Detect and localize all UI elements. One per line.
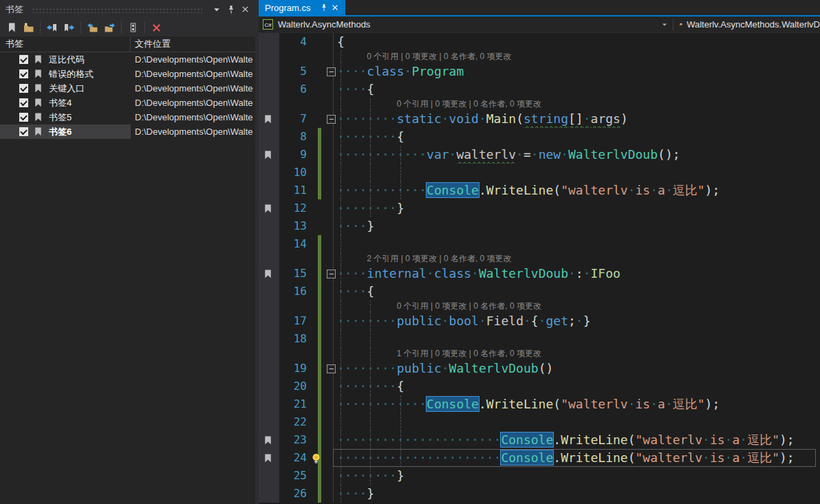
collapse-toggle[interactable]: − xyxy=(327,364,336,373)
codelens-text[interactable]: 0 个引用 | 0 项更改 | 0 名作者, 0 项更改 xyxy=(397,98,541,110)
codelens-row[interactable]: 1 个引用 | 0 项更改 | 0 名作者, 0 项更改 xyxy=(259,348,820,360)
line-number: 6 xyxy=(279,80,314,98)
codelens-row[interactable]: 2 个引用 | 0 项更改 | 0 名作者, 0 项更改 xyxy=(259,253,820,265)
close-panel-button[interactable] xyxy=(238,2,252,17)
next-bookmark-button[interactable] xyxy=(61,20,77,35)
codelens-row[interactable]: 0 个引用 | 0 项更改 | 0 名作者, 0 项更改 xyxy=(259,300,820,312)
type-dropdown[interactable]: Walterlv.AsyncMethods.WalterlvD xyxy=(673,19,820,30)
codelens-row[interactable]: 0 个引用 | 0 项更改 | 0 名作者, 0 项更改 xyxy=(259,51,820,63)
code-token: Console xyxy=(427,397,479,411)
line-number: 18 xyxy=(279,330,314,348)
new-bookmark-folder-icon xyxy=(23,22,34,33)
bookmark-flag-icon xyxy=(33,69,43,79)
code-token: static·void· xyxy=(397,111,486,126)
column-header-bookmark[interactable]: 书签 xyxy=(0,36,131,52)
bookmark-checkbox[interactable] xyxy=(19,98,28,107)
next-bookmark-in-folder-button[interactable] xyxy=(102,20,118,35)
indent-whitespace: ········ xyxy=(337,361,397,375)
code-text-cell: ····class·Program xyxy=(337,63,820,80)
bookmark-row[interactable]: 逗比代码D:\Developments\Open\Walte xyxy=(0,52,255,67)
toggle-all-bookmarks-button[interactable] xyxy=(125,20,141,35)
code-token: { xyxy=(397,129,404,144)
code-text-cell: ····} xyxy=(337,485,820,503)
window-options-button[interactable] xyxy=(209,2,224,17)
code-line: 9············var·walterlv·=·new·Walterlv… xyxy=(259,146,820,164)
line-number xyxy=(279,348,314,360)
bookmark-cell: 逗比代码 xyxy=(0,52,131,67)
bookmark-row[interactable]: 书签6D:\Developments\Open\Walte xyxy=(0,124,255,139)
codelens-text-cell: 0 个引用 | 0 项更改 | 0 名作者, 0 项更改 xyxy=(337,300,820,312)
change-bar xyxy=(314,312,322,330)
change-bar xyxy=(314,63,322,80)
code-text-cell xyxy=(337,164,820,182)
type-dropdown-value: Walterlv.AsyncMethods.WalterlvD xyxy=(687,19,820,30)
tab-pin-button[interactable] xyxy=(320,3,328,12)
glyph-margin xyxy=(259,413,279,431)
codelens-text[interactable]: 2 个引用 | 0 项更改 | 0 名作者, 0 项更改 xyxy=(367,253,511,265)
line-number: 13 xyxy=(279,217,314,235)
code-token: (); xyxy=(658,147,680,162)
code-token: var· xyxy=(427,147,456,162)
toggle-bookmark-button[interactable] xyxy=(3,20,19,35)
indent-whitespace: ···· xyxy=(337,82,367,96)
indent-whitespace: ······················ xyxy=(337,432,501,447)
outlining-margin xyxy=(322,431,337,449)
bookmark-row[interactable]: 关键入口D:\Developments\Open\Walte xyxy=(0,81,255,96)
glyph-margin xyxy=(259,63,279,80)
code-text-cell: ············Console.WriteLine("walterlv·… xyxy=(337,395,820,413)
column-header-location[interactable]: 文件位置 xyxy=(131,36,171,52)
new-bookmark-folder-button[interactable] xyxy=(21,20,36,35)
bookmark-label: 书签5 xyxy=(49,111,72,124)
code-token: public·bool· xyxy=(397,314,486,328)
close-icon xyxy=(331,3,339,12)
code-text-cell: ············Console.WriteLine("walterlv·… xyxy=(337,182,820,199)
panel-title-bar[interactable]: 书签 xyxy=(0,0,255,19)
code-text-cell: ····{ xyxy=(337,80,820,98)
change-bar xyxy=(314,265,322,283)
class-icon xyxy=(679,19,682,30)
line-number: 8 xyxy=(279,128,314,146)
bookmark-checkbox[interactable] xyxy=(19,113,28,122)
bookmark-flag-icon xyxy=(33,127,43,137)
bookmark-checkbox[interactable] xyxy=(19,55,28,64)
glyph-margin xyxy=(259,330,279,348)
delete-bookmark-button[interactable] xyxy=(149,20,164,35)
tab-program-cs[interactable]: Program.cs xyxy=(259,0,345,15)
collapse-toggle[interactable]: − xyxy=(327,115,336,124)
indent-guide xyxy=(341,330,341,348)
toolbar-separator xyxy=(121,21,122,34)
toolbar-separator xyxy=(80,21,81,34)
line-number: 25 xyxy=(279,467,314,485)
bookmark-checkbox[interactable] xyxy=(19,84,28,93)
outlining-margin xyxy=(322,253,337,265)
indent-guide xyxy=(400,164,401,182)
project-dropdown[interactable]: C# Walterlv.AsyncMethods xyxy=(259,19,673,30)
change-bar xyxy=(314,146,322,164)
collapse-toggle[interactable]: − xyxy=(327,67,336,76)
bookmark-row[interactable]: 书签5D:\Developments\Open\Walte xyxy=(0,110,255,124)
indent-whitespace: ········ xyxy=(337,468,397,483)
codelens-text[interactable]: 0 个引用 | 0 项更改 | 0 名作者, 0 项更改 xyxy=(397,300,541,312)
tab-close-button[interactable] xyxy=(331,3,339,12)
codelens-text[interactable]: 0 个引用 | 0 项更改 | 0 名作者, 0 项更改 xyxy=(367,51,511,63)
glyph-margin xyxy=(259,395,279,413)
code-text-cell xyxy=(337,330,820,348)
change-bar xyxy=(314,182,322,199)
bookmark-checkbox[interactable] xyxy=(19,127,28,136)
code-token: WriteLine xyxy=(486,183,554,197)
codelens-row[interactable]: 0 个引用 | 0 项更改 | 0 名作者, 0 项更改 xyxy=(259,98,820,110)
code-token: internal·class· xyxy=(367,266,479,281)
pin-button[interactable] xyxy=(224,2,238,17)
panel-drag-grip[interactable] xyxy=(32,8,202,13)
code-line: 17········public·bool·Field·{·get;·} xyxy=(259,312,820,330)
code-area[interactable]: 4{0 个引用 | 0 项更改 | 0 名作者, 0 项更改5−····clas… xyxy=(259,33,820,503)
bookmark-row[interactable]: 错误的格式D:\Developments\Open\Walte xyxy=(0,67,255,81)
collapse-toggle[interactable]: − xyxy=(327,270,336,278)
codelens-text[interactable]: 1 个引用 | 0 项更改 | 0 名作者, 0 项更改 xyxy=(397,348,541,360)
bookmark-checkbox[interactable] xyxy=(19,69,28,78)
previous-bookmark-button[interactable] xyxy=(44,20,60,35)
bookmark-row[interactable]: 书签4D:\Developments\Open\Walte xyxy=(0,96,255,110)
previous-bookmark-in-folder-button[interactable] xyxy=(85,20,100,35)
bookmark-flag-icon xyxy=(33,98,43,108)
code-text-cell: ········} xyxy=(337,199,820,217)
